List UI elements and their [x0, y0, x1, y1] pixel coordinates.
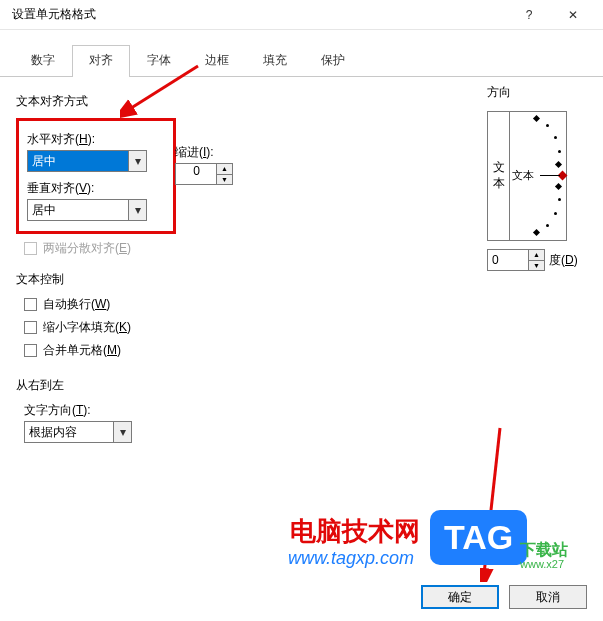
- checkbox-box: [24, 298, 37, 311]
- titlebar: 设置单元格格式 ? ✕: [0, 0, 603, 30]
- text-control-label: 文本控制: [16, 271, 396, 288]
- dial-marker: [533, 115, 540, 122]
- horizontal-align-label: 水平对齐(H):: [27, 131, 165, 148]
- text-direction-combo[interactable]: 根据内容 ▾: [24, 421, 132, 443]
- spinner-up-icon: ▲: [217, 164, 232, 175]
- chevron-down-icon: ▾: [113, 422, 131, 442]
- tabs: 数字 对齐 字体 边框 填充 保护: [0, 30, 603, 77]
- orientation-vertical-text-button[interactable]: 文 本: [488, 112, 510, 240]
- text-direction-value: 根据内容: [25, 424, 113, 441]
- degree-label: 度(D): [549, 252, 578, 269]
- vertical-align-combo[interactable]: 居中 ▾: [27, 199, 147, 221]
- indent-label: 缩进(I):: [175, 144, 233, 161]
- right-column: 方向 文 本: [487, 80, 587, 271]
- tab-alignment[interactable]: 对齐: [72, 45, 130, 77]
- dial-dot: [554, 136, 557, 139]
- shrink-to-fit-checkbox[interactable]: 缩小字体填充(K): [24, 319, 396, 336]
- indent-spinner[interactable]: ▲ ▼: [217, 163, 233, 185]
- watermark-text: 电脑技术网: [290, 514, 420, 549]
- justify-distributed-label: 两端分散对齐(E): [43, 240, 131, 257]
- vertical-text-char: 文: [493, 160, 505, 176]
- close-button[interactable]: ✕: [551, 0, 595, 30]
- dial-dot: [558, 150, 561, 153]
- footer: 确定 取消: [421, 585, 587, 609]
- checkbox-box: [24, 321, 37, 334]
- watermark-tag: TAG: [430, 510, 527, 565]
- dial-dot: [546, 124, 549, 127]
- chevron-down-icon: ▾: [128, 151, 146, 171]
- tab-font[interactable]: 字体: [130, 45, 188, 77]
- shrink-to-fit-label: 缩小字体填充(K): [43, 319, 131, 336]
- horizontal-align-combo[interactable]: 居中 ▾: [27, 150, 147, 172]
- merge-cells-checkbox[interactable]: 合并单元格(M): [24, 342, 396, 359]
- window-title: 设置单元格格式: [8, 6, 507, 23]
- cancel-button[interactable]: 取消: [509, 585, 587, 609]
- text-alignment-label: 文本对齐方式: [16, 93, 396, 110]
- rtl-label: 从右到左: [16, 377, 396, 394]
- indent-input[interactable]: 0: [175, 163, 217, 185]
- degree-row: 0 ▲ ▼ 度(D): [487, 249, 587, 271]
- orientation-dial[interactable]: 文本: [510, 112, 566, 240]
- dial-line: [540, 175, 560, 176]
- merge-cells-label: 合并单元格(M): [43, 342, 121, 359]
- spinner-up-icon: ▲: [529, 250, 544, 261]
- dial-marker: [555, 183, 562, 190]
- horizontal-align-value: 居中: [28, 153, 128, 170]
- help-icon: ?: [526, 8, 533, 22]
- orientation-box: 文 本 文本: [487, 111, 567, 241]
- indent-group: 缩进(I): 0 ▲ ▼: [175, 140, 233, 185]
- orientation-label: 方向: [487, 84, 587, 105]
- dial-marker: [555, 161, 562, 168]
- checkbox-box: [24, 344, 37, 357]
- wrap-text-checkbox[interactable]: 自动换行(W): [24, 296, 396, 313]
- vertical-align-label: 垂直对齐(V):: [27, 180, 165, 197]
- degree-input[interactable]: 0: [487, 249, 529, 271]
- tab-number[interactable]: 数字: [14, 45, 72, 77]
- watermark-url: www.tagxp.com: [288, 548, 414, 569]
- spinner-down-icon: ▼: [529, 261, 544, 271]
- wrap-text-label: 自动换行(W): [43, 296, 110, 313]
- tab-border[interactable]: 边框: [188, 45, 246, 77]
- dial-dot: [546, 224, 549, 227]
- dial-dot: [554, 212, 557, 215]
- degree-value: 0: [492, 253, 499, 267]
- help-button[interactable]: ?: [507, 0, 551, 30]
- checkbox-box: [24, 242, 37, 255]
- tab-protection[interactable]: 保护: [304, 45, 362, 77]
- orientation-group: 方向 文 本: [487, 84, 587, 271]
- tab-fill[interactable]: 填充: [246, 45, 304, 77]
- degree-spinner[interactable]: ▲ ▼: [529, 249, 545, 271]
- spinner-down-icon: ▼: [217, 175, 232, 185]
- justify-distributed-checkbox: 两端分散对齐(E): [24, 240, 396, 257]
- chevron-down-icon: ▾: [128, 200, 146, 220]
- vertical-align-value: 居中: [28, 202, 128, 219]
- close-icon: ✕: [568, 8, 578, 22]
- vertical-text-char: 本: [493, 176, 505, 192]
- dial-marker: [533, 229, 540, 236]
- text-direction-label: 文字方向(T):: [24, 402, 396, 419]
- watermark-suburl: www.x27: [520, 558, 564, 570]
- indent-value: 0: [193, 164, 200, 178]
- dial-text: 文本: [512, 168, 534, 183]
- ok-button[interactable]: 确定: [421, 585, 499, 609]
- dial-dot: [558, 198, 561, 201]
- tab-content: 文本对齐方式 水平对齐(H): 居中 ▾ 垂直对齐(V): 居中 ▾ 两端分散对…: [0, 77, 603, 455]
- highlight-box: 水平对齐(H): 居中 ▾ 垂直对齐(V): 居中 ▾: [16, 118, 176, 234]
